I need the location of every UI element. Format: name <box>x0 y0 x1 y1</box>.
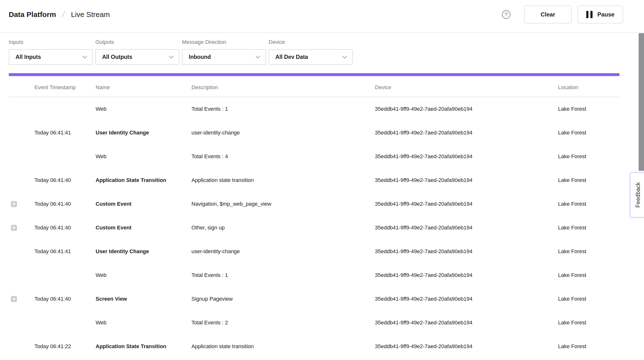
feedback-tab-label: Feedback <box>635 182 641 208</box>
table-body: WebTotal Events : 135eddb41-9ff9-49e2-7a… <box>9 97 620 354</box>
cell-expander <box>9 225 34 231</box>
header-actions: ? Clear Pause <box>502 5 623 23</box>
filter-message-direction-label: Message Direction <box>182 39 266 45</box>
filter-outputs-value: All Outputs <box>102 54 132 60</box>
filter-message-direction-value: Inbound <box>189 54 211 60</box>
cell-description: Application state transition <box>192 177 375 183</box>
filter-message-direction: Message Direction Inbound <box>182 39 266 65</box>
filter-outputs-select[interactable]: All Outputs <box>95 49 179 65</box>
breadcrumb: Data Platform / Live Stream <box>9 10 110 19</box>
clear-button[interactable]: Clear <box>524 5 572 23</box>
expand-row-button[interactable] <box>11 201 17 207</box>
cell-location: Lake Forest <box>558 320 620 326</box>
cell-event-timestamp: Today 06:41:40 <box>34 225 96 231</box>
cell-description: Total Events : 1 <box>192 106 375 112</box>
filter-device-select[interactable]: All Dev Data <box>268 49 352 65</box>
filters-bar: Inputs All Inputs Outputs All Outputs Me… <box>0 33 644 65</box>
cell-name: Application State Transition <box>96 177 192 183</box>
cell-name: Web <box>96 272 192 278</box>
chevron-down-icon <box>342 53 347 58</box>
cell-location: Lake Forest <box>558 153 620 160</box>
column-header-location: Location <box>558 82 620 91</box>
accent-divider <box>9 73 620 76</box>
cell-location: Lake Forest <box>558 201 620 207</box>
cell-name: Custom Event <box>96 225 192 231</box>
cell-device: 35eddb41-9ff9-49e2-7aed-20afa90eb194 <box>375 296 558 302</box>
column-header-name: Name <box>96 82 192 91</box>
pause-button[interactable]: Pause <box>578 5 623 23</box>
table-row[interactable]: Today 06:41:40Custom EventOther, sign up… <box>9 216 620 240</box>
cell-device: 35eddb41-9ff9-49e2-7aed-20afa90eb194 <box>375 201 558 207</box>
filter-outputs: Outputs All Outputs <box>95 39 179 65</box>
cell-device: 35eddb41-9ff9-49e2-7aed-20afa90eb194 <box>375 248 558 255</box>
cell-location: Lake Forest <box>558 130 620 136</box>
cell-device: 35eddb41-9ff9-49e2-7aed-20afa90eb194 <box>375 153 558 160</box>
feedback-tab[interactable]: Feedback <box>630 173 644 217</box>
cell-description: Total Events : 4 <box>192 153 375 160</box>
cell-device: 35eddb41-9ff9-49e2-7aed-20afa90eb194 <box>375 106 558 112</box>
table-row[interactable]: Today 06:41:40Custom EventNavigation, $m… <box>9 192 620 216</box>
cell-location: Lake Forest <box>558 225 620 231</box>
cell-event-timestamp: Today 06:41:40 <box>34 201 96 207</box>
cell-name: User Identity Change <box>96 248 192 255</box>
cell-device: 35eddb41-9ff9-49e2-7aed-20afa90eb194 <box>375 320 558 326</box>
cell-location: Lake Forest <box>558 177 620 183</box>
chevron-down-icon <box>169 53 174 58</box>
cell-description: Navigation, $mp_web_page_view <box>192 201 375 207</box>
cell-description: Other, sign up <box>192 225 375 231</box>
breadcrumb-separator: / <box>62 10 66 19</box>
pause-button-label: Pause <box>598 11 615 18</box>
table-row[interactable]: WebTotal Events : 435eddb41-9ff9-49e2-7a… <box>9 145 620 168</box>
chevron-down-icon <box>256 53 260 58</box>
cell-name: Screen View <box>96 296 192 302</box>
filter-inputs-select[interactable]: All Inputs <box>9 49 93 65</box>
table-row[interactable]: Today 06:41:41User Identity Changeuser-i… <box>9 121 620 145</box>
cell-device: 35eddb41-9ff9-49e2-7aed-20afa90eb194 <box>375 177 558 183</box>
cell-device: 35eddb41-9ff9-49e2-7aed-20afa90eb194 <box>375 272 558 278</box>
cell-event-timestamp: Today 06:41:41 <box>34 130 96 136</box>
cell-description: Application state transition <box>192 343 375 350</box>
event-stream-table: Event Timestamp Name Description Device … <box>9 76 620 354</box>
column-header-expander <box>9 86 34 87</box>
filter-message-direction-select[interactable]: Inbound <box>182 49 266 65</box>
filter-device-value: All Dev Data <box>276 54 308 60</box>
expand-row-button[interactable] <box>11 296 17 302</box>
table-row[interactable]: Today 06:41:40Screen ViewSignup Pageview… <box>9 287 620 311</box>
breadcrumb-section[interactable]: Data Platform <box>9 10 56 19</box>
table-row[interactable]: WebTotal Events : 235eddb41-9ff9-49e2-7a… <box>9 311 620 335</box>
table-row[interactable]: Today 06:41:40Application State Transiti… <box>9 168 620 192</box>
cell-location: Lake Forest <box>558 272 620 278</box>
filter-outputs-label: Outputs <box>95 39 179 45</box>
column-header-device: Device <box>375 82 558 91</box>
table-row[interactable]: WebTotal Events : 135eddb41-9ff9-49e2-7a… <box>9 263 620 287</box>
help-icon[interactable]: ? <box>502 10 510 19</box>
filter-inputs-value: All Inputs <box>16 54 41 60</box>
column-header-event-timestamp: Event Timestamp <box>34 82 96 91</box>
table-row[interactable]: Today 06:41:41User Identity Changeuser-i… <box>9 240 620 263</box>
cell-location: Lake Forest <box>558 296 620 302</box>
cell-event-timestamp: Today 06:41:22 <box>34 343 96 350</box>
chevron-down-icon <box>82 53 87 58</box>
filter-device: Device All Dev Data <box>268 39 352 65</box>
top-bar: Data Platform / Live Stream ? Clear Paus… <box>0 0 644 33</box>
cell-event-timestamp: Today 06:41:40 <box>34 296 96 302</box>
cell-description: Total Events : 1 <box>192 272 375 278</box>
cell-name: Custom Event <box>96 201 192 207</box>
cell-description: Total Events : 2 <box>192 320 375 326</box>
cell-device: 35eddb41-9ff9-49e2-7aed-20afa90eb194 <box>375 343 558 350</box>
cell-location: Lake Forest <box>558 248 620 255</box>
cell-name: Web <box>96 106 192 112</box>
table-row[interactable]: Today 06:41:22Application State Transiti… <box>9 335 620 354</box>
help-glyph: ? <box>504 11 508 18</box>
cell-name: Application State Transition <box>96 343 192 350</box>
table-row[interactable]: WebTotal Events : 135eddb41-9ff9-49e2-7a… <box>9 97 620 121</box>
cell-name: Web <box>96 320 192 326</box>
filter-device-label: Device <box>268 39 352 45</box>
expand-row-button[interactable] <box>11 225 17 231</box>
filter-inputs: Inputs All Inputs <box>9 39 93 65</box>
table-header-row: Event Timestamp Name Description Device … <box>9 76 620 97</box>
column-header-description: Description <box>192 82 375 91</box>
filter-inputs-label: Inputs <box>9 39 93 45</box>
cell-location: Lake Forest <box>558 106 620 112</box>
vertical-scrollbar-thumb[interactable] <box>639 33 644 171</box>
